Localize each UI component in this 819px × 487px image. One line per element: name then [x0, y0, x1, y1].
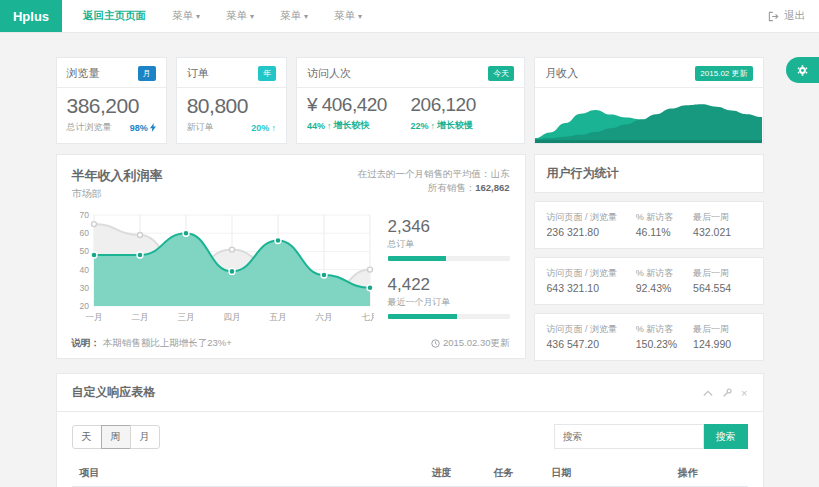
col-header-task[interactable]: 任务 [486, 460, 544, 487]
total-orders-progressbar [388, 256, 510, 261]
monthly-income-area-chart [535, 88, 762, 143]
search-input[interactable] [554, 424, 704, 449]
svg-text:六月: 六月 [315, 312, 332, 322]
period-tabs: 天 周 月 [72, 425, 160, 449]
orders-percent: 20%↑ [251, 123, 276, 133]
period-badge[interactable]: 年 [258, 66, 276, 81]
footer-note: 说明： 本期销售额比上期增长了23%+ [72, 337, 232, 350]
visits-col-2: 206,120 22%↑增长较慢 [411, 94, 515, 135]
visits-col-1: ¥ 406,420 44%↑增长较快 [307, 94, 411, 135]
projects-table: 项目 进度 任务 日期 操作 米莫说 | MiMO Show 20% [72, 460, 748, 487]
svg-text:60: 60 [79, 228, 89, 238]
footer-update: 2015.02.30更新 [431, 337, 510, 350]
table-panel-title: 自定义响应表格 [72, 384, 156, 401]
visits-growth-1: 44%↑增长较快 [307, 119, 411, 132]
svg-text:30: 30 [79, 283, 89, 293]
col-header-action[interactable]: 操作 [670, 460, 748, 487]
level-up-icon: ↑ [327, 121, 332, 131]
visits-value-2: 206,120 [411, 94, 515, 116]
nav-menu-1[interactable]: 菜单▾ [159, 9, 213, 23]
last-week-value: 564.554 [693, 282, 750, 294]
settings-toggle-button[interactable] [786, 57, 819, 83]
svg-text:40: 40 [79, 265, 89, 275]
total-orders-label: 总订单 [388, 238, 510, 251]
nav-menu-4[interactable]: 菜单▾ [321, 9, 375, 23]
clock-icon [431, 339, 440, 348]
stat-card-orders: 订单 年 80,800 新订单 20%↑ [176, 57, 287, 144]
pages-value: 436 547.20 [547, 338, 630, 350]
stat-card-views: 浏览量 月 386,200 总计浏览量 98% [56, 57, 167, 144]
collapse-icon[interactable] [703, 389, 713, 397]
gear-icon [796, 64, 809, 77]
svg-text:七月: 七月 [361, 312, 374, 322]
close-icon[interactable]: × [741, 387, 747, 399]
chevron-down-icon: ▾ [358, 12, 362, 21]
sales-note: 在过去的一个月销售的平均值：山东 所有销售：162,862 [358, 167, 510, 201]
stat-card-visits: 访问人次 今天 ¥ 406,420 44%↑增长较快 206,120 22%↑增… [296, 57, 525, 144]
total-orders-value: 2,346 [388, 217, 510, 237]
panel-title: 半年收入利润率 [72, 167, 163, 185]
month-orders-progressbar [388, 314, 510, 319]
nav-back-home-link[interactable]: 返回主页页面 [70, 9, 159, 23]
sign-out-icon [768, 11, 779, 22]
user-stats-title: 用户行为统计 [534, 154, 764, 193]
new-visitors-value: 46.11% [636, 226, 693, 238]
svg-text:五月: 五月 [269, 312, 286, 322]
half-year-profit-panel: 半年收入利润率 市场部 在过去的一个月销售的平均值：山东 所有销售：162,86… [56, 154, 526, 359]
tab-month[interactable]: 月 [130, 425, 160, 449]
views-sub-label: 总计浏览量 [67, 121, 112, 134]
col-header-date[interactable]: 日期 [544, 460, 670, 487]
tab-week[interactable]: 周 [101, 425, 131, 449]
svg-text:四月: 四月 [223, 312, 240, 322]
chevron-down-icon: ▾ [250, 12, 254, 21]
new-visitors-value: 150.23% [636, 338, 693, 350]
chevron-down-icon: ▾ [196, 12, 200, 21]
card-title: 浏览量 [67, 66, 100, 81]
bolt-icon [150, 123, 156, 132]
month-orders-value: 4,422 [388, 275, 510, 295]
views-percent: 98% [130, 123, 156, 133]
period-badge[interactable]: 今天 [488, 66, 514, 81]
user-stats-row: 访问页面 / 浏览量643 321.10 % 新访客92.43% 最后一周564… [534, 257, 764, 305]
orders-sub-label: 新订单 [187, 121, 214, 134]
visits-value-1: ¥ 406,420 [307, 94, 411, 116]
svg-text:二月: 二月 [131, 312, 148, 322]
stat-card-income: 月收入 2015.02 更新 [534, 57, 763, 144]
visits-growth-2: 22%↑增长较慢 [411, 119, 515, 132]
svg-text:70: 70 [79, 210, 89, 220]
pages-value: 643 321.10 [547, 282, 630, 294]
col-header-progress[interactable]: 进度 [424, 460, 486, 487]
user-behavior-panel: 用户行为统计 访问页面 / 浏览量236 321.80 % 新访客46.11% … [534, 154, 764, 361]
card-title: 访问人次 [307, 66, 351, 81]
svg-text:20: 20 [79, 301, 89, 311]
tab-day[interactable]: 天 [72, 425, 102, 449]
nav-menu-3[interactable]: 菜单▾ [267, 9, 321, 23]
profit-line-area-chart: 706050403020一月二月三月四月五月六月七月 [72, 209, 374, 323]
wrench-icon[interactable] [722, 388, 732, 398]
nav-links: 返回主页页面 菜单▾ 菜单▾ 菜单▾ 菜单▾ [62, 0, 375, 32]
orders-value: 80,800 [187, 94, 276, 118]
user-stats-row: 访问页面 / 浏览量236 321.80 % 新访客46.11% 最后一周432… [534, 201, 764, 249]
sales-total-value: 162,862 [475, 182, 509, 193]
logout-button[interactable]: 退出 [768, 0, 819, 32]
search-button[interactable]: 搜索 [704, 424, 748, 449]
month-orders-label: 最近一个月订单 [388, 296, 510, 309]
update-badge[interactable]: 2015.02 更新 [695, 66, 752, 81]
svg-text:50: 50 [79, 246, 89, 256]
last-week-value: 432.021 [693, 226, 750, 238]
level-up-icon: ↑ [431, 121, 436, 131]
last-week-value: 124.990 [693, 338, 750, 350]
card-title: 订单 [187, 66, 209, 81]
period-badge[interactable]: 月 [138, 66, 156, 81]
responsive-table-panel: 自定义响应表格 × 天 周 月 搜索 [56, 373, 764, 487]
chevron-down-icon: ▾ [304, 12, 308, 21]
order-stats: 2,346 总订单 4,422 最近一个月订单 [374, 209, 510, 333]
nav-menu-2[interactable]: 菜单▾ [213, 9, 267, 23]
col-header-project[interactable]: 项目 [72, 460, 424, 487]
views-value: 386,200 [67, 94, 156, 118]
level-up-icon: ↑ [271, 123, 276, 133]
brand-logo[interactable]: Hplus [0, 0, 62, 32]
page-content: 浏览量 月 386,200 总计浏览量 98% 订单 年 80,800 [56, 33, 764, 487]
pages-value: 236 321.80 [547, 226, 630, 238]
panel-subtitle: 市场部 [72, 187, 163, 201]
